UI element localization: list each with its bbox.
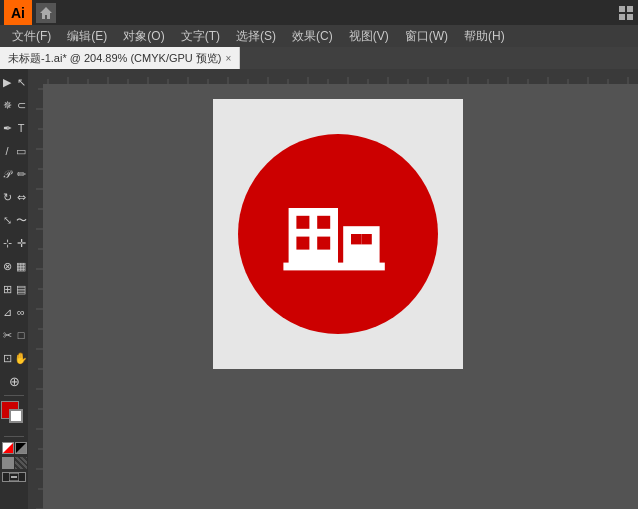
svg-rect-5 bbox=[11, 476, 17, 478]
toolbar-separator-2 bbox=[4, 436, 24, 437]
tab-close-button[interactable]: × bbox=[226, 53, 232, 64]
eyedropper-blend-group: ⊿ ∞ bbox=[0, 301, 28, 323]
paintbrush-tool[interactable]: 𝒫 bbox=[0, 163, 14, 185]
line-tool[interactable]: / bbox=[0, 140, 14, 162]
svg-rect-0 bbox=[619, 6, 625, 12]
mesh-gradient-group: ⊞ ▤ bbox=[0, 278, 28, 300]
default-colors-icon[interactable] bbox=[15, 457, 27, 469]
tab-bar: 未标题-1.ai* @ 204.89% (CMYK/GPU 预览) × bbox=[0, 47, 638, 69]
gradient-tool[interactable]: ▤ bbox=[14, 278, 28, 300]
color-mode-icon[interactable] bbox=[2, 442, 14, 454]
artboard: 找兔子学 www.ztzy.com bbox=[213, 99, 463, 369]
menu-text[interactable]: 文字(T) bbox=[173, 26, 228, 47]
stroke-color-swatch[interactable] bbox=[9, 409, 23, 423]
pencil-tool[interactable]: ✏ bbox=[14, 163, 28, 185]
title-bar: Ai bbox=[0, 0, 638, 25]
menu-bar: 文件(F) 编辑(E) 对象(O) 文字(T) 选择(S) 效果(C) 视图(V… bbox=[0, 25, 638, 47]
svg-rect-1 bbox=[627, 6, 633, 12]
artwork-container bbox=[238, 134, 438, 334]
rotate-tool[interactable]: ↻ bbox=[0, 186, 14, 208]
scale-warp-group: ⤡ 〜 bbox=[0, 209, 28, 231]
artboard-tool[interactable]: ⊡ bbox=[0, 347, 14, 369]
toolbar-left: ▶ ↖ ✵ ⊂ ✒ T / ▭ 𝒫 ✏ ↻ ⇔ ⤡ 〜 ⊹ ✛ bbox=[0, 69, 28, 509]
menu-select[interactable]: 选择(S) bbox=[228, 26, 284, 47]
svg-rect-61 bbox=[296, 216, 309, 229]
red-circle bbox=[238, 134, 438, 334]
menu-view[interactable]: 视图(V) bbox=[341, 26, 397, 47]
warp-tool[interactable]: 〜 bbox=[14, 209, 28, 231]
free-transform-tool[interactable]: ⊹ bbox=[0, 232, 14, 254]
svg-rect-3 bbox=[627, 14, 633, 20]
svg-rect-66 bbox=[351, 234, 361, 244]
building-icon bbox=[273, 169, 403, 299]
hand-tool[interactable]: ✋ bbox=[14, 347, 28, 369]
ruler-horizontal bbox=[28, 69, 638, 84]
magic-wand-tool[interactable]: ✵ bbox=[0, 94, 14, 116]
none-icon[interactable] bbox=[15, 442, 27, 454]
ruler-vertical bbox=[28, 69, 43, 509]
pen-type-group: ✒ T bbox=[0, 117, 28, 139]
menu-help[interactable]: 帮助(H) bbox=[456, 26, 513, 47]
swap-color-area bbox=[2, 457, 27, 469]
rotate-reflect-group: ↻ ⇔ bbox=[0, 186, 28, 208]
symbol-column-group: ⊗ ▦ bbox=[0, 255, 28, 277]
main-layout: ▶ ↖ ✵ ⊂ ✒ T / ▭ 𝒫 ✏ ↻ ⇔ ⤡ 〜 ⊹ ✛ bbox=[0, 69, 638, 509]
selection-tool-group: ▶ ↖ bbox=[0, 71, 28, 93]
toolbar-separator-1 bbox=[4, 395, 24, 396]
document-tab[interactable]: 未标题-1.ai* @ 204.89% (CMYK/GPU 预览) × bbox=[0, 47, 240, 69]
type-tool[interactable]: T bbox=[14, 117, 28, 139]
change-screen-mode[interactable] bbox=[2, 472, 26, 482]
puppet-warp-tool[interactable]: ✛ bbox=[14, 232, 28, 254]
magic-wand-lasso-group: ✵ ⊂ bbox=[0, 94, 28, 116]
view-mode-area bbox=[2, 472, 26, 482]
svg-rect-60 bbox=[289, 208, 338, 267]
selection-tool[interactable]: ▶ bbox=[0, 71, 14, 93]
mesh-tool[interactable]: ⊞ bbox=[0, 278, 14, 300]
svg-rect-68 bbox=[283, 263, 384, 271]
tab-title: 未标题-1.ai* @ 204.89% (CMYK/GPU 预览) bbox=[8, 51, 222, 66]
free-transform-puppet-group: ⊹ ✛ bbox=[0, 232, 28, 254]
rectangle-tool[interactable]: ▭ bbox=[14, 140, 28, 162]
column-graph-tool[interactable]: ▦ bbox=[14, 255, 28, 277]
canvas-area[interactable]: 找兔子学 www.ztzy.com bbox=[28, 69, 638, 509]
svg-rect-6 bbox=[28, 69, 638, 84]
lasso-tool[interactable]: ⊂ bbox=[14, 94, 28, 116]
color-mode-area bbox=[2, 442, 27, 454]
app-logo: Ai bbox=[4, 0, 32, 25]
line-shape-group: / ▭ bbox=[0, 140, 28, 162]
svg-rect-62 bbox=[317, 216, 330, 229]
color-swatch-area bbox=[1, 401, 27, 433]
blend-tool[interactable]: ∞ bbox=[14, 301, 28, 323]
direct-selection-tool[interactable]: ↖ bbox=[14, 71, 28, 93]
scissors-eraser-group: ✂ □ bbox=[0, 324, 28, 346]
symbol-sprayer-tool[interactable]: ⊗ bbox=[0, 255, 14, 277]
menu-edit[interactable]: 编辑(E) bbox=[59, 26, 115, 47]
artboard-slice-group: ⊡ ✋ bbox=[0, 347, 28, 369]
home-icon[interactable] bbox=[36, 3, 56, 23]
scale-tool[interactable]: ⤡ bbox=[0, 209, 14, 231]
zoom-tool[interactable]: ⊕ bbox=[2, 370, 26, 392]
menu-window[interactable]: 窗口(W) bbox=[397, 26, 456, 47]
svg-rect-65 bbox=[343, 226, 379, 266]
reflect-tool[interactable]: ⇔ bbox=[14, 186, 28, 208]
swap-colors-icon[interactable] bbox=[2, 457, 14, 469]
menu-effect[interactable]: 效果(C) bbox=[284, 26, 341, 47]
menu-file[interactable]: 文件(F) bbox=[4, 26, 59, 47]
svg-rect-64 bbox=[317, 237, 330, 250]
scissors-tool[interactable]: ✂ bbox=[0, 324, 14, 346]
svg-rect-63 bbox=[296, 237, 309, 250]
eyedropper-tool[interactable]: ⊿ bbox=[0, 301, 14, 323]
svg-rect-67 bbox=[361, 234, 371, 244]
pen-tool[interactable]: ✒ bbox=[0, 117, 14, 139]
brush-pencil-group: 𝒫 ✏ bbox=[0, 163, 28, 185]
workspace-switcher[interactable] bbox=[618, 5, 634, 21]
menu-object[interactable]: 对象(O) bbox=[115, 26, 172, 47]
svg-rect-2 bbox=[619, 14, 625, 20]
eraser-tool[interactable]: □ bbox=[14, 324, 28, 346]
